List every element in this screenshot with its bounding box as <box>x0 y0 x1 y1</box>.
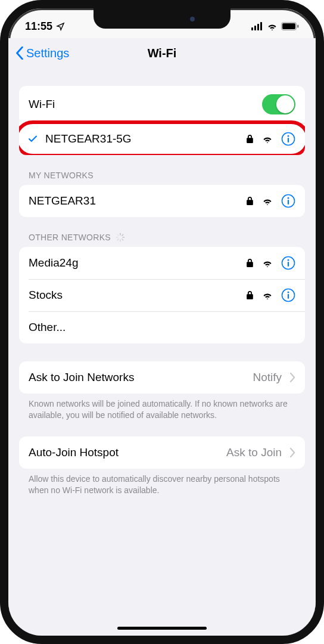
my-networks-group: NETGEAR31 <box>19 185 305 217</box>
svg-rect-0 <box>251 27 253 30</box>
svg-point-8 <box>288 135 289 137</box>
svg-line-18 <box>117 239 119 240</box>
auto-join-value: Ask to Join <box>226 446 282 459</box>
wifi-signal-icon <box>262 291 273 299</box>
page-title: Wi-Fi <box>148 47 177 60</box>
svg-rect-9 <box>288 138 289 143</box>
info-icon[interactable] <box>281 194 295 208</box>
svg-rect-23 <box>288 262 289 267</box>
connected-network-row[interactable]: NETGEAR31-5G <box>19 123 305 155</box>
info-icon[interactable] <box>281 256 295 270</box>
lock-icon <box>246 290 254 300</box>
other-network-row[interactable]: Other... <box>19 311 305 343</box>
info-icon[interactable] <box>281 288 295 302</box>
network-row[interactable]: NETGEAR31 <box>19 185 305 217</box>
wifi-signal-icon <box>262 259 273 267</box>
wifi-signal-icon <box>262 135 273 143</box>
svg-point-25 <box>288 292 289 293</box>
ask-to-join-value: Notify <box>253 371 282 384</box>
phone-frame: 11:55 Settings Wi-Fi <box>0 0 324 644</box>
battery-icon <box>281 22 299 30</box>
wifi-status-icon <box>267 22 278 30</box>
svg-line-16 <box>122 239 123 240</box>
toggle-knob <box>276 95 294 113</box>
chevron-left-icon <box>15 47 24 60</box>
ask-to-join-label: Ask to Join Networks <box>29 371 253 384</box>
checkmark-icon <box>27 134 38 144</box>
chevron-right-icon <box>290 448 295 457</box>
nav-bar: Settings Wi-Fi <box>8 38 316 68</box>
svg-rect-2 <box>257 24 259 30</box>
home-indicator[interactable] <box>117 627 207 630</box>
auto-join-footer: Allow this device to automatically disco… <box>19 469 305 496</box>
wifi-toggle-row[interactable]: Wi-Fi <box>19 86 305 123</box>
network-name: Stocks <box>29 289 246 302</box>
ask-to-join-row[interactable]: Ask to Join Networks Notify <box>19 361 305 394</box>
auto-join-row[interactable]: Auto-Join Hotspot Ask to Join <box>19 436 305 469</box>
svg-rect-1 <box>254 26 256 30</box>
ask-to-join-footer: Known networks will be joined automatica… <box>19 394 305 421</box>
wifi-toggle[interactable] <box>262 94 295 114</box>
svg-rect-3 <box>260 22 262 30</box>
status-time: 11:55 <box>25 20 52 33</box>
ask-to-join-group: Ask to Join Networks Notify <box>19 361 305 394</box>
wifi-toggle-label: Wi-Fi <box>29 98 262 111</box>
location-icon <box>56 22 65 31</box>
wifi-signal-icon <box>262 197 273 205</box>
chevron-right-icon <box>290 373 295 382</box>
notch <box>94 8 230 29</box>
screen: Settings Wi-Fi Wi-Fi NETGEAR31-5G <box>8 38 316 636</box>
connected-network-name: NETGEAR31-5G <box>45 132 246 145</box>
svg-rect-26 <box>288 294 289 299</box>
my-networks-header: MY NETWORKS <box>19 155 305 185</box>
back-button[interactable]: Settings <box>15 47 69 60</box>
other-label: Other... <box>29 321 295 334</box>
spinner-icon <box>116 233 125 242</box>
cellular-icon <box>251 22 263 30</box>
network-name: Media24g <box>29 256 246 270</box>
lock-icon <box>246 134 254 144</box>
lock-icon <box>246 258 254 268</box>
other-networks-header-text: OTHER NETWORKS <box>29 233 111 242</box>
network-name: NETGEAR31 <box>29 194 246 208</box>
svg-point-22 <box>288 259 289 261</box>
wifi-main-group: Wi-Fi NETGEAR31-5G <box>19 86 305 155</box>
svg-line-14 <box>122 234 123 236</box>
network-row[interactable]: Media24g <box>19 247 305 279</box>
network-row[interactable]: Stocks <box>19 279 305 311</box>
auto-join-group: Auto-Join Hotspot Ask to Join <box>19 436 305 469</box>
auto-join-label: Auto-Join Hotspot <box>29 446 226 459</box>
lock-icon <box>246 196 254 206</box>
svg-rect-6 <box>297 25 299 28</box>
svg-rect-5 <box>282 23 295 29</box>
svg-line-20 <box>117 234 119 236</box>
other-networks-group: Media24g Stocks Other. <box>19 247 305 343</box>
other-networks-header: OTHER NETWORKS <box>19 217 305 247</box>
svg-point-11 <box>288 197 289 199</box>
info-icon[interactable] <box>281 132 295 146</box>
back-label: Settings <box>26 47 69 60</box>
svg-rect-12 <box>288 200 289 205</box>
